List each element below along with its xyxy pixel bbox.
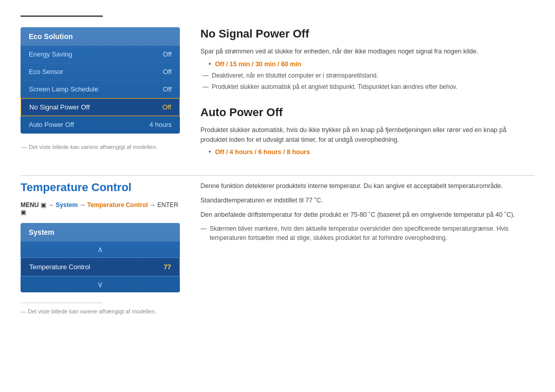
main-content: Eco Solution Energy Saving Off Eco Senso… xyxy=(0,27,555,170)
menu-path-arrow1: ▣ → xyxy=(41,201,56,209)
menu-item-screen-lamp-label: Screen Lamp Schedule xyxy=(29,85,98,93)
menu-item-auto-power[interactable]: Auto Power Off 4 hours xyxy=(21,116,180,134)
menu-keyword: MENU xyxy=(21,201,39,209)
no-signal-section: No Signal Power Off Spar på strømmen ved… xyxy=(200,27,534,91)
menu-item-auto-power-value: 4 hours xyxy=(150,121,172,128)
left-panel: Eco Solution Energy Saving Off Eco Senso… xyxy=(21,27,180,170)
auto-power-section: Auto Power Off Produktet slukker automat… xyxy=(200,106,534,156)
menu-item-energy-saving-label: Energy Saving xyxy=(29,50,72,58)
top-divider xyxy=(21,15,103,17)
menu-item-no-signal[interactable]: No Signal Power Off Off xyxy=(21,98,180,116)
auto-power-options: Off / 4 hours / 6 hours / 8 hours xyxy=(215,148,310,156)
system-menu: System ∧ Temperature Control 77 ∨ xyxy=(21,223,180,292)
no-signal-options: Off / 15 min / 30 min / 60 min xyxy=(215,61,301,68)
temp-right: Denne funktion detekterer produktets int… xyxy=(200,181,534,314)
menu-item-energy-saving[interactable]: Energy Saving Off xyxy=(21,46,180,63)
menu-path-arrow2: → xyxy=(79,201,87,209)
temp-left: Temperature Control MENU ▣ → System → Te… xyxy=(21,181,180,314)
temp-desc1: Denne funktion detekterer produktets int… xyxy=(200,181,534,191)
temp-desc2: Standardtemperaturen er indstillet til 7… xyxy=(200,195,534,206)
auto-power-title: Auto Power Off xyxy=(200,106,534,119)
system-temp-value: 77 xyxy=(164,263,171,271)
menu-item-eco-sensor[interactable]: Eco Sensor Off xyxy=(21,63,180,81)
chevron-up-icon[interactable]: ∧ xyxy=(21,241,180,257)
eco-solution-menu: Eco Solution Energy Saving Off Eco Senso… xyxy=(21,27,180,134)
temp-heading: Temperature Control xyxy=(21,181,180,194)
eco-footnote: — Det viste billede kan variere afhængig… xyxy=(21,144,180,150)
temp-desc3: Den anbefalede driftstemperatur for dett… xyxy=(200,210,534,220)
system-temp-label: Temperature Control xyxy=(29,263,90,271)
menu-item-eco-sensor-value: Off xyxy=(163,68,172,76)
temp-footnote-divider xyxy=(21,303,103,303)
mid-divider xyxy=(21,175,534,176)
menu-path: MENU ▣ → System → Temperature Control → … xyxy=(21,201,180,216)
menu-item-no-signal-label: No Signal Power Off xyxy=(29,103,90,111)
no-signal-note1: Deaktiveret, når en tilsluttet computer … xyxy=(202,71,534,80)
menu-item-screen-lamp[interactable]: Screen Lamp Schedule Off xyxy=(21,81,180,98)
menu-item-eco-sensor-label: Eco Sensor xyxy=(29,68,63,76)
menu-item-auto-power-label: Auto Power Off xyxy=(29,121,74,128)
menu-item-energy-saving-value: Off xyxy=(163,50,172,58)
auto-power-desc: Produktet slukker automatisk, hvis du ik… xyxy=(200,125,534,145)
temp-section: Temperature Control MENU ▣ → System → Te… xyxy=(0,181,555,314)
no-signal-title: No Signal Power Off xyxy=(200,27,534,41)
menu-item-screen-lamp-value: Off xyxy=(163,85,172,93)
no-signal-note2: Produktet slukker automatisk på et angiv… xyxy=(202,82,534,91)
no-signal-bullet: Off / 15 min / 30 min / 60 min xyxy=(209,61,534,68)
chevron-down-icon[interactable]: ∨ xyxy=(21,276,180,292)
menu-path-temp: Temperature Control xyxy=(87,201,148,209)
right-panel: No Signal Power Off Spar på strømmen ved… xyxy=(200,27,534,170)
auto-power-bullet: Off / 4 hours / 6 hours / 8 hours xyxy=(209,148,534,156)
menu-path-system: System xyxy=(55,201,78,209)
temp-footnote: — Det viste billede kan variere afhængig… xyxy=(21,308,180,314)
page: Eco Solution Energy Saving Off Eco Senso… xyxy=(0,0,555,314)
system-temp-item[interactable]: Temperature Control 77 xyxy=(21,257,180,276)
no-signal-desc: Spar på strømmen ved at slukke for enhed… xyxy=(200,47,534,57)
temp-note: Skærmen bliver mørkere, hvis den aktuell… xyxy=(200,224,534,242)
system-header: System xyxy=(21,223,180,241)
menu-item-no-signal-value: Off xyxy=(162,103,171,111)
eco-solution-header: Eco Solution xyxy=(21,27,180,46)
